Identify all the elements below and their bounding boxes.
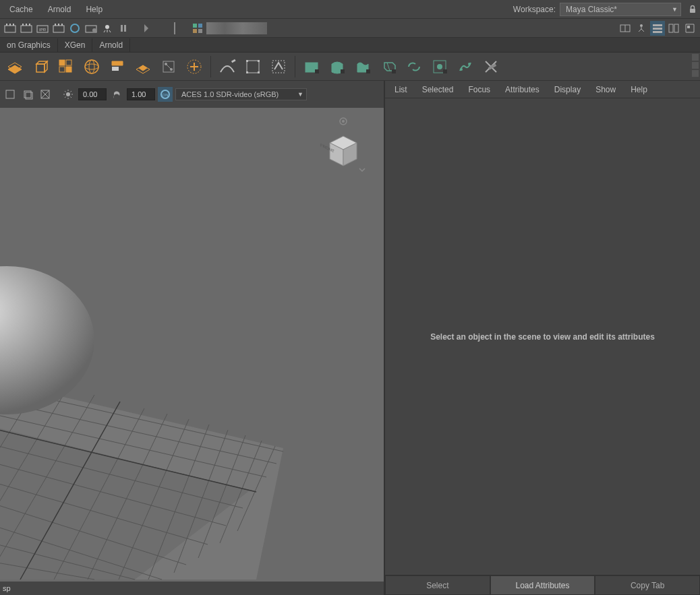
render-frame-icon[interactable] — [3, 21, 18, 36]
svg-point-81 — [437, 64, 442, 69]
viewport-camera-label: sp — [3, 584, 11, 592]
shelf-bullet-collider-icon[interactable] — [378, 56, 399, 77]
attribute-editor-placeholder: Select an object in the scene to view an… — [430, 332, 655, 342]
attr-menu-show[interactable]: Show — [589, 82, 622, 97]
wireframe-icon[interactable] — [38, 87, 53, 102]
svg-point-18 — [105, 25, 109, 29]
attribute-editor-toggle-icon[interactable] — [650, 21, 665, 36]
attr-menu-attributes[interactable]: Attributes — [498, 82, 546, 97]
svg-rect-75 — [341, 69, 345, 73]
shelf-poly-plane-icon[interactable] — [4, 56, 26, 77]
exposure-icon[interactable] — [61, 87, 76, 102]
shelf-type-icon[interactable] — [107, 56, 128, 77]
color-management-toggle-icon[interactable]: ON — [158, 87, 173, 102]
tool-settings-toggle-icon[interactable] — [666, 21, 681, 36]
shelf-tab-motion-graphics[interactable]: on Graphics — [0, 38, 58, 52]
render-sequence-icon[interactable] — [19, 21, 34, 36]
svg-rect-70 — [246, 71, 248, 73]
copy-tab-button[interactable]: Copy Tab — [595, 575, 700, 595]
workspace-dropdown[interactable]: Maya Classic* ▼ — [560, 3, 681, 16]
shelf-sphere-icon[interactable] — [81, 56, 103, 77]
viewport-toolbar: ON ACES 1.0 SDR-video (sRGB) ▼ — [0, 81, 384, 108]
hypershade-icon[interactable] — [67, 21, 82, 36]
chevron-down-icon: ▼ — [672, 6, 678, 13]
toolbar-extras — [206, 22, 267, 34]
shelf-bullet-rigid-icon[interactable] — [301, 56, 322, 77]
svg-rect-79 — [392, 69, 396, 73]
render-settings-icon[interactable] — [51, 21, 66, 36]
shelf-bullet-cloth-icon[interactable] — [352, 56, 374, 77]
svg-rect-36 — [653, 24, 662, 26]
shelf-scroll-up[interactable] — [692, 54, 699, 61]
colorspace-dropdown[interactable]: ACES 1.0 SDR-video (sRGB) ▼ — [175, 88, 307, 100]
panel-layout-icon[interactable] — [618, 21, 633, 36]
svg-rect-82 — [443, 69, 447, 73]
svg-rect-23 — [124, 25, 126, 32]
menu-arnold[interactable]: Arnold — [41, 2, 78, 17]
svg-point-83 — [460, 68, 463, 71]
shelf-svg-icon[interactable] — [132, 56, 154, 77]
viewport-panel: ON ACES 1.0 SDR-video (sRGB) ▼ — [0, 81, 385, 595]
attr-menu-list[interactable]: List — [388, 82, 414, 97]
svg-text:IPR: IPR — [39, 28, 47, 32]
svg-rect-67 — [247, 61, 259, 73]
channel-box-toggle-icon[interactable] — [682, 21, 697, 36]
shelf-tab-arnold[interactable]: Arnold — [92, 38, 130, 52]
shelf-bullet-ragdoll-icon[interactable] — [455, 56, 476, 77]
shelf-trail-icon[interactable] — [158, 56, 179, 77]
load-attributes-button[interactable]: Load Attributes — [490, 575, 595, 595]
svg-marker-47 — [45, 61, 47, 72]
gamma-icon[interactable] — [109, 87, 124, 102]
svg-line-99 — [65, 91, 66, 92]
viewcube[interactable]: FRONT RIGHT — [319, 116, 368, 177]
outliner-toggle-icon[interactable] — [634, 21, 649, 36]
pause-icon[interactable] — [116, 21, 131, 36]
shelf-bullet-delete-icon[interactable] — [480, 56, 502, 77]
exposure-field[interactable] — [78, 88, 107, 100]
attr-menu-focus[interactable]: Focus — [461, 82, 497, 97]
svg-rect-39 — [669, 24, 673, 32]
shelf-poly-cube-icon[interactable] — [30, 56, 51, 77]
svg-rect-49 — [66, 60, 71, 65]
shelf-tab-xgen[interactable]: XGen — [58, 38, 93, 52]
svg-marker-42 — [687, 26, 690, 28]
isolate-select-icon[interactable] — [3, 87, 18, 102]
menu-help[interactable]: Help — [79, 2, 109, 17]
gamma-field[interactable] — [127, 88, 155, 100]
svg-point-134 — [342, 120, 345, 123]
light-editor-icon[interactable] — [100, 21, 115, 36]
workspace-value: Maya Classic* — [566, 5, 617, 14]
menu-cache[interactable]: Cache — [3, 2, 40, 17]
svg-rect-48 — [59, 60, 65, 65]
construction-history-icon[interactable] — [190, 21, 205, 36]
shelf-curve-tool-icon[interactable] — [216, 56, 238, 77]
main-area: ON ACES 1.0 SDR-video (sRGB) ▼ — [0, 81, 700, 595]
shelf-scroll-down[interactable] — [692, 70, 699, 77]
lock-icon[interactable] — [688, 5, 697, 14]
shelf-bullet-constraint-icon[interactable] — [403, 56, 425, 77]
attr-menu-display[interactable]: Display — [548, 82, 587, 97]
shelf-mash-create-icon[interactable] — [55, 56, 77, 77]
svg-line-34 — [639, 29, 641, 32]
ipr-render-icon[interactable]: IPR — [35, 21, 50, 36]
shelf-bullet-soft-icon[interactable] — [326, 56, 348, 77]
viewport-canvas[interactable]: FRONT RIGHT — [0, 108, 384, 582]
shelf-curve-warp-icon[interactable] — [268, 56, 289, 77]
shelf-add-mash-icon[interactable] — [183, 56, 205, 77]
select-button[interactable]: Select — [385, 575, 490, 595]
slider-track-icon[interactable] — [167, 21, 182, 36]
attribute-editor: List Selected Focus Attributes Display S… — [385, 81, 700, 595]
attr-menu-selected[interactable]: Selected — [415, 82, 461, 97]
svg-rect-88 — [6, 90, 14, 98]
render-setup-icon[interactable] — [84, 21, 98, 36]
shelf-bullet-solver-icon[interactable] — [429, 56, 450, 77]
shelf-curve-edit-icon[interactable] — [242, 56, 264, 77]
main-menubar: Cache Arnold Help Workspace: Maya Classi… — [0, 0, 700, 19]
attr-menu-help[interactable]: Help — [624, 82, 654, 97]
xray-icon[interactable] — [20, 87, 35, 102]
svg-line-100 — [71, 97, 72, 98]
shelf-scroll-mid[interactable] — [692, 62, 699, 69]
slider-handle-icon[interactable] — [139, 21, 154, 36]
svg-rect-38 — [653, 31, 662, 33]
svg-rect-22 — [121, 25, 123, 32]
